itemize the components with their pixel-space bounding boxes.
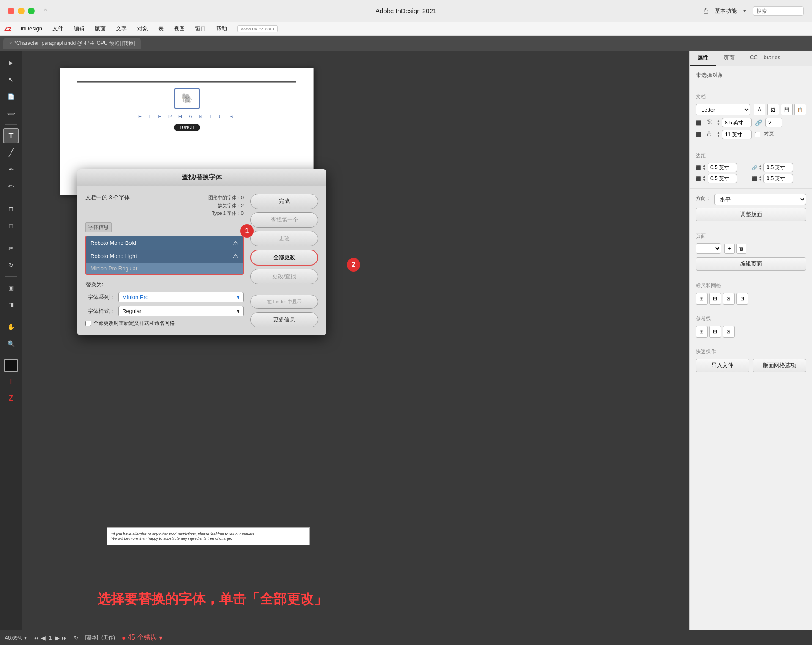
- margin-bottom-input[interactable]: [708, 174, 737, 183]
- hand-tool[interactable]: ✋: [3, 319, 19, 335]
- tool-separator-6: [5, 355, 17, 355]
- text-tool[interactable]: T: [3, 128, 19, 143]
- menu-view[interactable]: 视图: [170, 24, 189, 33]
- font-style-dropdown[interactable]: Regular ▾: [118, 306, 244, 316]
- maximize-window-button[interactable]: [28, 8, 35, 14]
- done-button[interactable]: 完成: [250, 194, 318, 209]
- document-section: 文档 Letter A 🖼 💾 📋 ⬛ 宽 ▲▼ 🔗: [690, 88, 812, 147]
- scissor-tool[interactable]: ✂: [3, 241, 19, 256]
- delete-page-button[interactable]: 🗑: [736, 244, 746, 254]
- orientation-select[interactable]: 水平: [714, 194, 806, 205]
- font-family-dropdown[interactable]: Minion Pro ▾: [118, 292, 244, 302]
- margin-right-input[interactable]: [763, 163, 793, 172]
- doc-icon-b[interactable]: 🖼: [767, 104, 779, 115]
- close-window-button[interactable]: [8, 8, 14, 14]
- font-list-item-minion-pro[interactable]: Minion Pro Regular: [86, 263, 243, 274]
- dialog-title: 查找/替换字体: [77, 169, 326, 186]
- change-all-button[interactable]: 全部更改: [250, 250, 318, 266]
- page-section: 页面 1 + 🗑 编辑页面: [690, 228, 812, 277]
- tab-pages[interactable]: 页面: [716, 51, 742, 66]
- rectangle-tool[interactable]: □: [3, 218, 19, 233]
- stroke-tool[interactable]: Z: [3, 391, 19, 406]
- height-input[interactable]: [722, 130, 752, 139]
- guide-icon-3[interactable]: ⊠: [723, 326, 735, 338]
- menu-file[interactable]: 文件: [48, 24, 68, 33]
- tab-properties[interactable]: 属性: [690, 51, 716, 66]
- line-tool[interactable]: ╱: [3, 145, 19, 160]
- menu-table[interactable]: 表: [154, 24, 168, 33]
- show-finder-button[interactable]: 在 Finder 中显示: [250, 295, 318, 309]
- select-tool[interactable]: ▸: [3, 55, 19, 70]
- guide-icon-1[interactable]: ⊞: [696, 326, 708, 338]
- gap-tool[interactable]: ⟺: [3, 106, 19, 121]
- edit-page-button[interactable]: 编辑页面: [696, 257, 806, 271]
- prev-page-button[interactable]: ◀: [41, 634, 46, 641]
- share-icon[interactable]: ⎙: [704, 7, 708, 15]
- redefine-checkbox[interactable]: [85, 321, 91, 326]
- free-transform-tool[interactable]: ↻: [3, 258, 19, 273]
- facing-pages-checkbox[interactable]: [755, 132, 760, 137]
- workspace-selector[interactable]: 基本功能: [715, 7, 737, 15]
- gradient-feather-tool[interactable]: ◨: [3, 297, 19, 312]
- font-list-item-roboto-light[interactable]: Roboto Mono Light ⚠: [86, 250, 243, 263]
- margin-top-input[interactable]: [708, 163, 737, 172]
- change-find-button[interactable]: 更改/查找: [250, 269, 318, 284]
- page-section-title: 页面: [696, 233, 806, 240]
- last-page-button[interactable]: ⏭: [61, 634, 67, 641]
- find-first-button[interactable]: 查找第一个: [250, 212, 318, 228]
- page-select[interactable]: 1: [696, 243, 721, 254]
- preset-select[interactable]: Letter: [696, 104, 750, 115]
- pages-input[interactable]: [765, 118, 782, 127]
- adjust-layout-button[interactable]: 调整版面: [696, 208, 806, 221]
- search-input[interactable]: [753, 6, 804, 16]
- menu-text[interactable]: 文字: [112, 24, 131, 33]
- add-page-button[interactable]: +: [724, 244, 735, 254]
- menu-layout[interactable]: 版面: [91, 24, 110, 33]
- layout-grid-button[interactable]: 版面网格选项: [753, 359, 807, 372]
- fill-color[interactable]: [4, 359, 18, 372]
- zoom-tool[interactable]: 🔍: [3, 336, 19, 351]
- watermark-label: www.macZ.com: [237, 25, 278, 32]
- ruler-icon-4[interactable]: ⊡: [736, 293, 748, 305]
- width-input[interactable]: [722, 118, 752, 127]
- menu-object[interactable]: 对象: [133, 24, 152, 33]
- menu-indesign[interactable]: InDesign: [16, 25, 47, 33]
- direct-select-tool[interactable]: ↖: [3, 72, 19, 87]
- family-dropdown-icon: ▾: [237, 294, 240, 300]
- ruler-icon-3[interactable]: ⊠: [723, 293, 735, 305]
- minimize-window-button[interactable]: [18, 8, 25, 14]
- first-page-button[interactable]: ⏮: [33, 634, 39, 641]
- tab-close-icon[interactable]: ×: [9, 41, 12, 46]
- margin-left-input[interactable]: [763, 174, 793, 183]
- font-list-item-roboto-bold[interactable]: Roboto Mono Bold ⚠: [86, 236, 243, 250]
- doc-icon-a[interactable]: A: [754, 104, 765, 115]
- ruler-icon-1[interactable]: ⊞: [696, 293, 708, 305]
- font-name-roboto-light: Roboto Mono Light: [91, 253, 137, 259]
- change-button[interactable]: 更改: [250, 231, 318, 246]
- page-tool[interactable]: 📄: [3, 89, 19, 104]
- doc-icon-c[interactable]: 💾: [781, 104, 793, 115]
- errors-indicator[interactable]: ● 45 个错误 ▾: [122, 633, 162, 642]
- refresh-icon[interactable]: ↻: [74, 635, 78, 641]
- pencil-tool[interactable]: ✏: [3, 179, 19, 194]
- import-file-button[interactable]: 导入文件: [696, 359, 749, 372]
- document-tab[interactable]: × *Character_paragraph.indd @ 47% [GPU 预…: [3, 38, 141, 49]
- home-icon[interactable]: ⌂: [43, 6, 48, 15]
- menu-edit[interactable]: 编辑: [69, 24, 89, 33]
- pen-tool[interactable]: ✒: [3, 162, 19, 177]
- text-fill-tool[interactable]: T: [3, 374, 19, 389]
- more-info-button[interactable]: 更多信息: [250, 312, 318, 327]
- next-page-button[interactable]: ▶: [55, 634, 60, 641]
- tab-cc-libraries[interactable]: CC Libraries: [742, 51, 788, 66]
- guide-icon-2[interactable]: ⊟: [709, 326, 721, 338]
- document-section-title: 文档: [696, 93, 806, 100]
- warning-icon-roboto-bold: ⚠: [233, 239, 239, 247]
- menu-help[interactable]: 帮助: [212, 24, 231, 33]
- guides-title: 参考线: [696, 315, 806, 322]
- main-area: ▸ ↖ 📄 ⟺ T ╱ ✒ ✏ ⊡ □ ✂ ↻ ▣ ◨ ✋ 🔍 T Z: [0, 51, 812, 630]
- menu-window[interactable]: 窗口: [191, 24, 210, 33]
- ruler-icon-2[interactable]: ⊟: [709, 293, 721, 305]
- doc-icon-d[interactable]: 📋: [794, 104, 806, 115]
- rectangle-frame-tool[interactable]: ⊡: [3, 201, 19, 217]
- gradient-swatch-tool[interactable]: ▣: [3, 280, 19, 295]
